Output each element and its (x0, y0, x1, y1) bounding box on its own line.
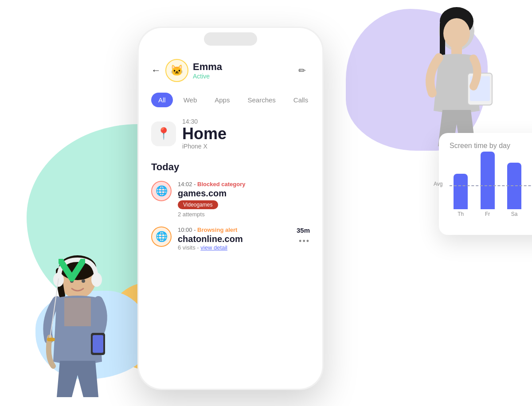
activity-site-games: games.com (178, 188, 310, 199)
location-name: Home (182, 125, 227, 143)
edit-button[interactable]: ✏ (294, 62, 310, 78)
bar-th (454, 174, 468, 209)
tab-all[interactable]: All (151, 93, 173, 107)
location-info: 14:30 Home iPhone X (182, 118, 227, 150)
header-left: ← 🐱 Emma Active (151, 59, 222, 82)
activity-duration: 35m (297, 226, 310, 234)
screen-time-card: Screen time by day Avg Th Fr Sa Su Mo 2h… (439, 133, 532, 235)
activity-icon-alert: 🌐 (151, 226, 172, 247)
activity-site-chat: chatonline.com (178, 234, 290, 244)
activity-time-games: 14:02 - (178, 181, 197, 187)
chart-area: Avg Th Fr Sa Su Mo 2h 10m (450, 157, 532, 228)
phone-device: ← 🐱 Emma Active ✏ All Web Apps Searches (137, 27, 324, 390)
page-header: ← 🐱 Emma Active ✏ (151, 59, 310, 82)
activity-item-games[interactable]: 🌐 14:02 - Blocked category games.com Vid… (151, 181, 310, 218)
chart-bar-sa: Sa (503, 163, 525, 217)
activity-details-games: 14:02 - Blocked category games.com Video… (178, 181, 310, 218)
avg-line (450, 185, 532, 186)
activity-more-button[interactable]: ••• (299, 237, 310, 246)
phone-notch (204, 32, 257, 46)
tab-searches[interactable]: Searches (240, 93, 282, 107)
bar-label-th: Th (458, 211, 464, 217)
location-time: 14:30 (182, 118, 227, 125)
tab-apps[interactable]: Apps (207, 93, 237, 107)
tab-calls[interactable]: Calls (286, 93, 315, 107)
bar-label-fr: Fr (485, 211, 490, 217)
activity-time-label-chat: 10:00 - Browsing alert (178, 226, 290, 233)
screen-time-title: Screen time by day (450, 142, 532, 150)
chart-bar-th: Th (450, 174, 472, 217)
activity-visits: 6 visits - view detail (178, 244, 290, 251)
phone-screen: ← 🐱 Emma Active ✏ All Web Apps Searches (139, 28, 322, 389)
alert-label: Browsing alert (197, 226, 237, 233)
view-detail-link[interactable]: view detail (200, 244, 227, 251)
svg-rect-15 (47, 338, 55, 341)
woman-figure (408, 4, 505, 146)
today-title: Today (151, 161, 310, 173)
user-info: Emma Active (193, 61, 222, 80)
globe-icon-red: 🌐 (156, 185, 168, 197)
chart-bar-fr: Fr (476, 152, 498, 217)
avatar-emoji: 🐱 (170, 64, 184, 77)
activity-time-label-games: 14:02 - Blocked category (178, 181, 310, 187)
tab-web[interactable]: Web (176, 93, 204, 107)
svg-rect-14 (93, 335, 103, 353)
green-chevron-icon (59, 259, 85, 282)
blocked-label: Blocked category (197, 181, 245, 187)
bar-label-sa: Sa (511, 211, 518, 217)
location-device: iPhone X (182, 143, 227, 150)
nav-tabs: All Web Apps Searches Calls (151, 93, 310, 107)
visits-count: 6 visits - (178, 244, 200, 251)
location-section: 📍 14:30 Home iPhone X (151, 118, 310, 150)
globe-icon-orange: 🌐 (156, 231, 168, 242)
avg-label: Avg (434, 181, 442, 187)
bar-fr (481, 152, 495, 209)
activity-badge-games: Videogames (178, 200, 218, 209)
user-status: Active (193, 73, 222, 80)
avatar: 🐱 (165, 59, 188, 82)
svg-point-10 (91, 273, 102, 287)
activity-item-chat[interactable]: 🌐 10:00 - Browsing alert chatonline.com … (151, 226, 310, 251)
activity-attempts: 2 attempts (178, 211, 310, 218)
back-button[interactable]: ← (151, 65, 161, 76)
activity-time-chat: 10:00 - (178, 226, 197, 233)
activity-icon-blocked: 🌐 (151, 181, 172, 201)
activity-right-chat: 35m ••• (297, 226, 310, 246)
location-icon: 📍 (151, 121, 176, 146)
user-name: Emma (193, 61, 222, 73)
svg-point-3 (443, 18, 470, 48)
activity-details-chat: 10:00 - Browsing alert chatonline.com 6 … (178, 226, 290, 251)
